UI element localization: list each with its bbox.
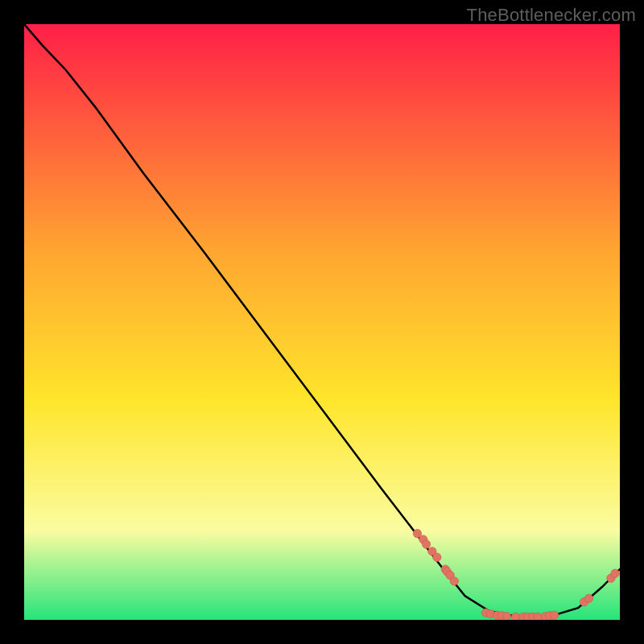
data-dot [511, 613, 519, 620]
data-dot [534, 613, 542, 620]
watermark-label: TheBottlenecker.com [467, 5, 636, 26]
data-dot [502, 612, 510, 620]
data-dot [584, 594, 592, 602]
data-dot [422, 540, 430, 548]
chart-frame: TheBottlenecker.com [0, 0, 644, 644]
gradient-background [24, 24, 620, 620]
chart-svg [24, 24, 620, 620]
data-dot [450, 577, 458, 585]
data-dot [550, 611, 558, 619]
plot-area [24, 24, 620, 620]
data-dot [611, 569, 619, 577]
data-dot [433, 553, 441, 561]
